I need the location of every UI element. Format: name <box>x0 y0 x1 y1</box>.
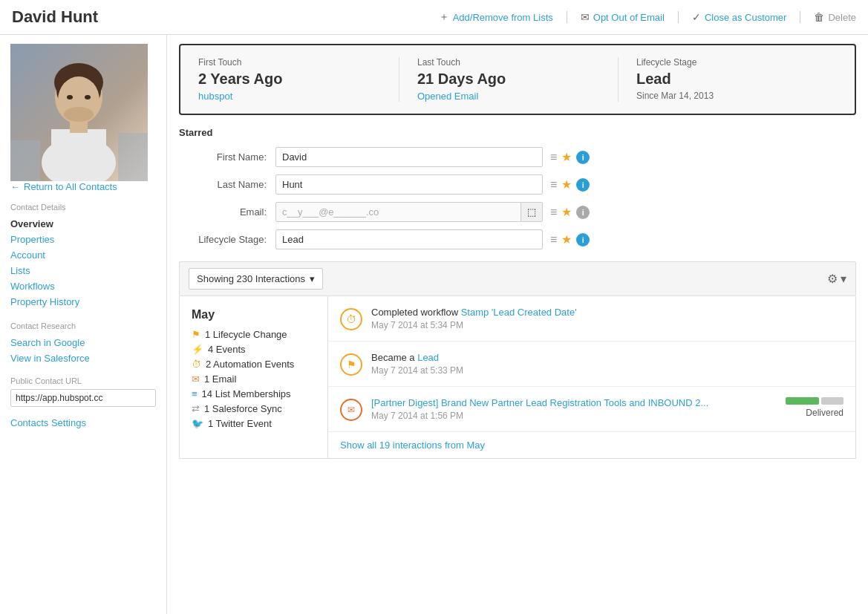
entry-clock-icon: ⏱ <box>340 308 362 330</box>
last-touch-label: Last Touch <box>417 57 618 68</box>
star-icon[interactable]: ★ <box>561 232 572 246</box>
info-icon[interactable]: i <box>576 178 590 192</box>
svg-point-11 <box>85 95 91 99</box>
last-touch-link[interactable]: Opened Email <box>417 91 478 102</box>
sidebar-item-search-google[interactable]: Search in Google <box>10 335 156 350</box>
sidebar-item-overview[interactable]: Overview <box>10 216 156 232</box>
top-header: David Hunt ＋ Add/Remove from Lists ✉ Opt… <box>0 0 868 35</box>
starred-label: Starred <box>179 127 856 138</box>
timeline-container: May ⚑ 1 Lifecycle Change ⚡ 4 Events ⏱ 2 … <box>179 296 856 459</box>
add-remove-lists-button[interactable]: ＋ Add/Remove from Lists <box>439 10 553 24</box>
summary-email: ✉ 1 Email <box>192 373 316 385</box>
opt-out-email-button[interactable]: ✉ Opt Out of Email <box>581 11 665 23</box>
first-touch-link[interactable]: hubspot <box>198 91 232 102</box>
last-name-row: Last Name: ≡ ★ i <box>179 174 856 195</box>
star-icon[interactable]: ★ <box>561 205 572 219</box>
public-url-input[interactable] <box>10 389 156 407</box>
entry-title: Completed workflow Stamp 'Lead Created D… <box>371 307 843 318</box>
last-touch-value: 21 Days Ago <box>417 71 618 88</box>
entry-body: Completed workflow Stamp 'Lead Created D… <box>371 307 843 330</box>
summary-lifecycle: ⚑ 1 Lifecycle Change <box>192 329 316 340</box>
lifecycle-label: Lifecycle Stage <box>636 57 837 68</box>
first-touch-label: First Touch <box>198 57 399 68</box>
return-to-contacts-link[interactable]: ← Return to All Contacts <box>10 181 156 192</box>
bolt-icon: ⚡ <box>192 344 203 355</box>
close-as-customer-button[interactable]: ✓ Close as Customer <box>692 11 787 23</box>
public-url-label: Public Contact URL <box>10 376 156 385</box>
entry-flag-icon: ⚑ <box>340 353 362 376</box>
delete-button[interactable]: 🗑 Delete <box>814 11 856 23</box>
top-actions: ＋ Add/Remove from Lists ✉ Opt Out of Ema… <box>439 10 856 24</box>
interactions-bar: Showing 230 Interactions ▾ ⚙ ▾ <box>179 261 856 296</box>
sidebar-item-properties[interactable]: Properties <box>10 232 156 247</box>
entry-lead-link[interactable]: Lead <box>417 352 439 363</box>
timeline-month: May <box>192 308 316 321</box>
first-name-actions: ≡ ★ i <box>550 150 590 164</box>
summary-lifecycle-text: 1 Lifecycle Change <box>205 329 287 340</box>
contact-research-label: Contact Research <box>10 321 156 330</box>
summary-automation: ⏱ 2 Automation Events <box>192 359 316 370</box>
divider <box>567 11 567 23</box>
timeline-left: May ⚑ 1 Lifecycle Change ⚡ 4 Events ⏱ 2 … <box>180 296 328 458</box>
interactions-gear-button[interactable]: ⚙ ▾ <box>827 272 846 286</box>
entry-email-icon: ✉ <box>340 399 362 421</box>
main-content: ← Return to All Contacts Contact Details… <box>0 35 868 614</box>
sidebar-item-lists[interactable]: Lists <box>10 263 156 278</box>
drag-icon: ≡ <box>550 151 557 164</box>
star-icon[interactable]: ★ <box>561 177 572 192</box>
summary-lists: ≡ 14 List Memberships <box>192 388 316 399</box>
summary-salesforce: ⇄ 1 Salesforce Sync <box>192 403 316 414</box>
entry-body: Became a Lead May 7 2014 at 5:33 PM <box>371 352 843 376</box>
form-section: First Name: ≡ ★ i Last Name: ≡ ★ i <box>179 147 856 249</box>
sidebar-item-account[interactable]: Account <box>10 247 156 263</box>
first-name-label: First Name: <box>179 151 275 163</box>
timeline-right: ⏱ Completed workflow Stamp 'Lead Created… <box>328 296 855 458</box>
summary-automation-text: 2 Automation Events <box>206 359 294 370</box>
summary-email-text: 1 Email <box>204 373 236 385</box>
svg-rect-12 <box>10 140 40 181</box>
info-card: First Touch 2 Years Ago hubspot Last Tou… <box>179 44 856 115</box>
divider <box>678 11 679 23</box>
entry-date: May 7 2014 at 1:56 PM <box>371 411 777 421</box>
last-name-input[interactable] <box>275 174 543 195</box>
entry-workflow-link[interactable]: Stamp 'Lead Created Date' <box>461 307 577 318</box>
summary-events: ⚡ 4 Events <box>192 344 316 355</box>
drag-icon: ≡ <box>550 233 557 246</box>
drag-icon: ≡ <box>550 178 557 192</box>
email-input[interactable] <box>275 202 521 222</box>
page-wrapper: David Hunt ＋ Add/Remove from Lists ✉ Opt… <box>0 0 868 614</box>
contacts-settings-link[interactable]: Contacts Settings <box>10 417 156 428</box>
svg-rect-13 <box>118 133 148 181</box>
entry-email-link[interactable]: [Partner Digest] Brand New Partner Lead … <box>371 397 708 408</box>
entry-title: [Partner Digest] Brand New Partner Lead … <box>371 397 777 408</box>
info-icon[interactable]: i <box>576 206 590 219</box>
delivery-bar-green <box>786 397 819 405</box>
email-label: Email: <box>179 206 275 218</box>
entry-body: [Partner Digest] Brand New Partner Lead … <box>371 397 777 421</box>
info-icon[interactable]: i <box>576 233 590 246</box>
sidebar-item-view-salesforce[interactable]: View in Salesforce <box>10 350 156 366</box>
last-name-label: Last Name: <box>179 179 275 190</box>
summary-events-text: 4 Events <box>208 344 246 355</box>
right-panel: First Touch 2 Years Ago hubspot Last Tou… <box>167 35 868 614</box>
interactions-dropdown[interactable]: Showing 230 Interactions ▾ <box>189 268 323 290</box>
summary-twitter: 🐦 1 Twitter Event <box>192 418 316 429</box>
lifecycle-since: Since Mar 14, 2013 <box>636 91 837 101</box>
email-external-link-button[interactable]: ⬚ <box>521 202 543 222</box>
lifecycle-stage-select[interactable]: Lead Subscriber Marketing Qualified Lead… <box>275 229 543 249</box>
sidebar-item-property-history[interactable]: Property History <box>10 294 156 310</box>
timeline-entry: ⏱ Completed workflow Stamp 'Lead Created… <box>328 296 855 342</box>
info-card-first-touch: First Touch 2 Years Ago hubspot <box>198 57 399 102</box>
summary-lists-text: 14 List Memberships <box>202 388 291 399</box>
timeline-entry: ⚑ Became a Lead May 7 2014 at 5:33 PM <box>328 342 855 387</box>
first-name-input[interactable] <box>275 147 543 167</box>
email-summary-icon: ✉ <box>192 373 200 385</box>
show-all-interactions-link[interactable]: Show all 19 interactions from May <box>328 432 855 458</box>
info-icon[interactable]: i <box>576 151 590 164</box>
timeline-entry: ✉ [Partner Digest] Brand New Partner Lea… <box>328 387 855 432</box>
interactions-count-label: Showing 230 Interactions <box>197 273 305 284</box>
star-icon[interactable]: ★ <box>561 150 572 164</box>
lifecycle-stage-label: Lifecycle Stage: <box>179 234 275 245</box>
lifecycle-value: Lead <box>636 71 837 88</box>
sidebar-item-workflows[interactable]: Workflows <box>10 278 156 294</box>
